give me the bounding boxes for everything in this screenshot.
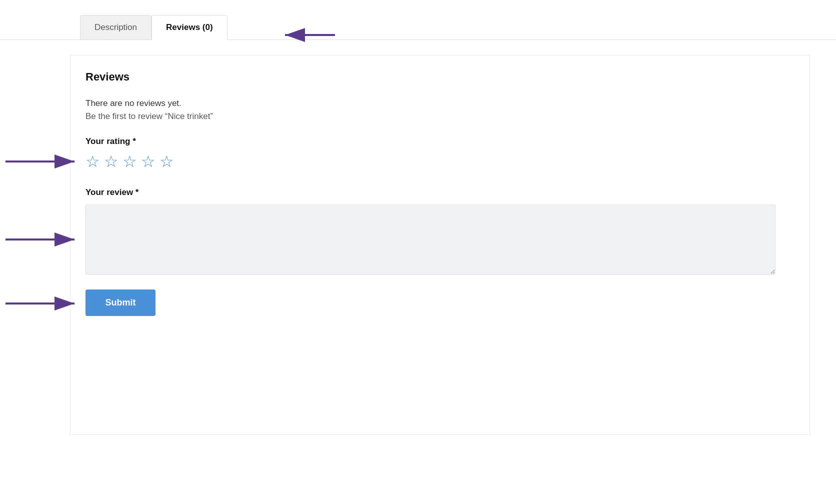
tab-reviews[interactable]: Reviews (0) xyxy=(152,15,228,40)
star-5[interactable]: ☆ xyxy=(160,154,174,170)
textarea-arrow xyxy=(0,230,80,252)
page-wrapper: Description Reviews (0) Reviews There ar… xyxy=(0,0,836,504)
star-4[interactable]: ☆ xyxy=(141,154,156,170)
reviews-section-title: Reviews xyxy=(86,70,794,84)
tabs-bar: Description Reviews (0) xyxy=(0,0,836,40)
star-2[interactable]: ☆ xyxy=(104,154,118,170)
submit-arrow xyxy=(0,294,80,316)
rating-label: Your rating * xyxy=(86,136,794,146)
review-textarea[interactable] xyxy=(86,204,776,274)
content-area: Reviews There are no reviews yet. Be the… xyxy=(70,55,810,435)
star-rating[interactable]: ☆ ☆ ☆ ☆ ☆ xyxy=(86,154,174,170)
stars-arrow xyxy=(0,152,80,174)
no-reviews-text: There are no reviews yet. xyxy=(86,98,794,108)
star-1[interactable]: ☆ xyxy=(86,154,100,170)
star-3[interactable]: ☆ xyxy=(122,154,137,170)
review-label: Your review * xyxy=(86,188,794,198)
tab-description[interactable]: Description xyxy=(80,15,152,40)
submit-button[interactable]: Submit xyxy=(86,290,156,316)
be-first-text: Be the first to review “Nice trinket” xyxy=(86,112,794,122)
